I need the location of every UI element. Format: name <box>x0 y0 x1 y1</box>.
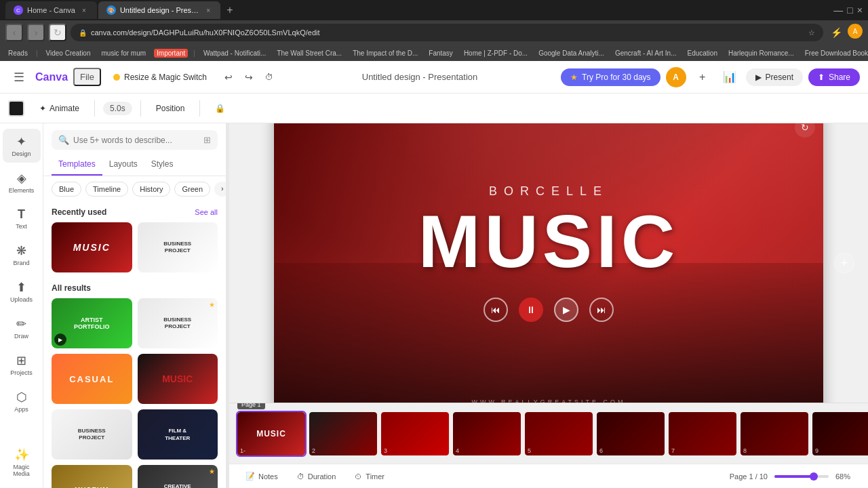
address-bar[interactable]: 🔒 canva.com/design/DAGHPuLuiRu/huX0FNIQo… <box>71 24 823 41</box>
user-avatar[interactable]: A <box>666 67 686 87</box>
filmstrip-item-2[interactable]: 2 <box>309 412 377 455</box>
timer-button-bottom[interactable]: ⏲ Timer <box>349 470 390 483</box>
sidebar-item-brand[interactable]: ❋ Brand <box>3 238 41 272</box>
timer-button[interactable]: ⏱ <box>260 68 279 87</box>
duration-badge[interactable]: 5.0s <box>103 102 132 115</box>
chip-history[interactable]: History <box>132 182 170 197</box>
tab-close-home[interactable]: × <box>79 5 89 15</box>
see-all-link[interactable]: See all <box>195 208 218 216</box>
filmstrip-item-4[interactable]: 4 <box>453 412 521 455</box>
skip-forward-btn[interactable]: ⏭ <box>589 298 614 322</box>
bookmark-gencraft[interactable]: Gencraft - AI Art In... <box>612 49 679 57</box>
present-button[interactable]: ▶ Present <box>746 68 803 86</box>
bookmark-free-download[interactable]: Free Download Books <box>802 49 868 57</box>
extensions-icon[interactable]: ⚡ <box>827 24 845 41</box>
bookmark-education[interactable]: Education <box>684 49 719 57</box>
bookmark-google-data[interactable]: Google Data Analyti... <box>536 49 607 57</box>
profile-icon[interactable]: A <box>848 24 863 39</box>
chip-more[interactable]: › <box>214 182 226 197</box>
close-btn[interactable]: × <box>857 5 863 16</box>
filmstrip-item-7[interactable]: 7 <box>669 412 736 455</box>
template-casual[interactable]: CASUAL <box>52 354 132 404</box>
color-swatch[interactable] <box>8 100 24 117</box>
animate-button[interactable]: ✦ Animate <box>33 100 86 117</box>
browser-tab-home[interactable]: C Home - Canva × <box>5 1 97 19</box>
resize-magic-button[interactable]: Resize & Magic Switch <box>106 70 214 85</box>
new-tab-button[interactable]: + <box>222 2 238 18</box>
lock-button[interactable]: 🔒 <box>208 100 232 117</box>
play-btn[interactable]: ▶ <box>554 298 578 322</box>
maximize-btn[interactable]: □ <box>847 5 852 16</box>
sidebar-item-elements[interactable]: ◈ Elements <box>3 165 41 199</box>
undo-button[interactable]: ↩ <box>219 68 238 87</box>
bookmark-video-creation[interactable]: Video Creation <box>43 49 94 57</box>
skip-back-btn[interactable]: ⏮ <box>484 298 508 322</box>
bookmark-reads[interactable]: Reads <box>5 49 31 57</box>
filmstrip-item-8[interactable]: 8 <box>741 412 808 455</box>
bookmark-fantasy[interactable]: Fantasy <box>426 49 456 57</box>
try-pro-button[interactable]: ★ Try Pro for 30 days <box>561 68 660 86</box>
template-business3[interactable]: BUSINESSPROJECT <box>52 409 132 460</box>
template-museum[interactable]: MUSEUM <box>52 465 132 488</box>
tab-close-untitled[interactable]: × <box>204 5 212 15</box>
notes-button[interactable]: 📝 Notes <box>240 469 283 483</box>
redo-button[interactable]: ↪ <box>239 68 258 87</box>
analytics-button[interactable]: 📊 <box>719 66 741 88</box>
tab-templates[interactable]: Templates <box>52 154 102 176</box>
sidebar-item-magic-media[interactable]: ✨ Magic Media <box>3 442 41 483</box>
zoom-fill <box>774 475 811 478</box>
forward-btn[interactable]: › <box>27 24 45 41</box>
bookmark-harlequin[interactable]: Harlequin Romance... <box>726 49 797 57</box>
canvas-slide[interactable]: BORCELLE MUSIC ⏮ ⏸ ▶ ⏭ WWW.REALLYGREATSI… <box>274 123 823 403</box>
filmstrip-item-5[interactable]: 5 <box>525 412 593 455</box>
search-input[interactable] <box>73 136 199 145</box>
pause-btn[interactable]: ⏸ <box>519 298 543 322</box>
back-btn[interactable]: ‹ <box>5 24 23 41</box>
bookmark-impact[interactable]: The Impact of the D... <box>350 49 420 57</box>
template-dark-music[interactable]: MUSIC <box>138 354 218 404</box>
bookmark-music-for-mum[interactable]: music for mum <box>99 49 149 57</box>
sidebar-item-uploads[interactable]: ⬆ Uploads <box>3 274 41 308</box>
tab-styles[interactable]: Styles <box>144 154 180 176</box>
zoom-track[interactable] <box>774 475 829 478</box>
lock-icon: 🔒 <box>79 29 87 37</box>
template-img-music: MUSIC <box>52 222 132 272</box>
share-button[interactable]: ⬆ Share <box>808 68 860 86</box>
add-people-button[interactable]: + <box>692 66 713 88</box>
duration-button[interactable]: ⏱ Duration <box>292 470 342 483</box>
recent-template-music[interactable]: MUSIC <box>52 222 132 272</box>
filmstrip-item-9[interactable]: 9 <box>812 412 868 455</box>
sidebar-item-design[interactable]: ✦ Design <box>3 129 41 163</box>
file-menu[interactable]: File <box>73 68 101 86</box>
filmstrip-item-1[interactable]: MUSIC 1- <box>237 412 305 455</box>
bookmark-star[interactable]: ☆ <box>808 28 815 37</box>
refresh-btn[interactable]: ↻ <box>49 24 66 41</box>
filmstrip-item-6[interactable]: 6 <box>597 412 665 455</box>
bookmark-wattpad[interactable]: Wattpad - Notificati... <box>201 49 269 57</box>
minimize-btn[interactable]: — <box>833 5 843 16</box>
position-button[interactable]: Position <box>149 100 192 117</box>
bookmark-zpdf[interactable]: Home | Z-PDF - Do... <box>461 49 530 57</box>
chip-green[interactable]: Green <box>174 182 210 197</box>
sidebar-item-apps[interactable]: ⬡ Apps <box>3 384 41 418</box>
sidebar-item-draw[interactable]: ✏ Draw <box>3 311 41 345</box>
template-artist-portfolio[interactable]: ArtistPortfolio ▶ <box>52 298 132 348</box>
sidebar-item-text[interactable]: T Text <box>3 202 41 235</box>
template-business2[interactable]: BUSINESSPROJECT ★ <box>138 298 218 348</box>
recent-template-business[interactable]: BUSINESSPROJECT <box>138 222 218 272</box>
menu-button[interactable]: ☰ <box>8 66 30 88</box>
sidebar-item-projects[interactable]: ⊞ Projects <box>3 348 41 382</box>
template-creative-portfolio[interactable]: CREATIVEPORTFOLIO ★ <box>138 465 218 488</box>
bookmark-wall-street[interactable]: The Wall Street Cra... <box>274 49 344 57</box>
bookmark-important[interactable]: Important <box>154 49 188 58</box>
template-film[interactable]: FILM &THEATER <box>138 409 218 460</box>
add-page-button[interactable]: + <box>834 253 854 273</box>
chip-timeline[interactable]: Timeline <box>85 182 128 197</box>
browser-tab-untitled[interactable]: 🎨 Untitled design - Presentation × <box>98 1 220 19</box>
tab-layouts[interactable]: Layouts <box>102 154 144 176</box>
chip-blue[interactable]: Blue <box>52 182 81 197</box>
zoom-thumb[interactable] <box>810 472 818 481</box>
filmstrip-item-3[interactable]: 3 <box>381 412 449 455</box>
canva-logo[interactable]: Canva <box>35 71 68 83</box>
filter-icon[interactable]: ⊞ <box>203 135 211 145</box>
